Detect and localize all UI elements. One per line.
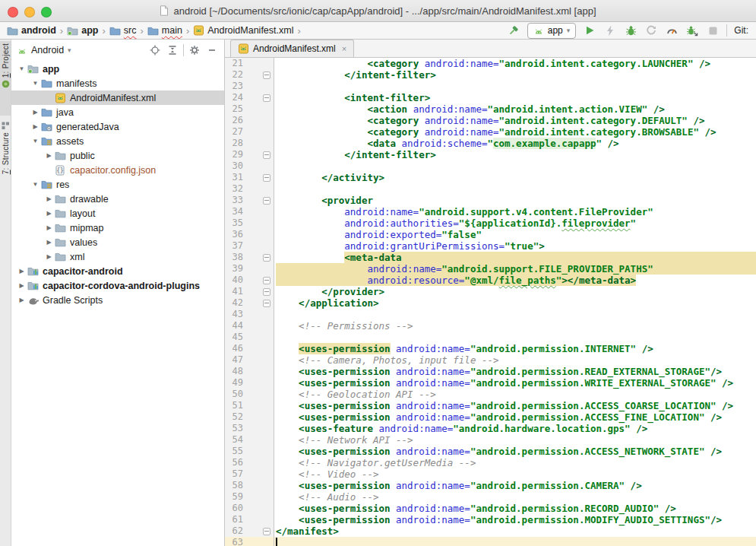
fold-marker-icon[interactable] [263, 94, 270, 102]
editor-line[interactable]: 62</manifest> [225, 525, 756, 537]
code-line[interactable]: <!-- Audio --> [274, 491, 756, 503]
code-line[interactable]: <!-- Video --> [274, 468, 756, 480]
code-line[interactable]: <category android:name="android.intent.c… [274, 115, 756, 126]
code-line[interactable]: </activity> [274, 172, 756, 183]
tree-item-assets[interactable]: ▼assets [11, 134, 224, 148]
editor-line[interactable]: 54 <!-- Network API --> [225, 434, 756, 446]
code-line[interactable]: </provider> [274, 286, 756, 297]
code-line[interactable]: <uses-permission android:name="android.p… [274, 366, 756, 377]
fold-marker-icon[interactable] [263, 300, 270, 307]
attach-debugger-button[interactable] [685, 24, 699, 37]
tree-item-capacitor-android[interactable]: ▶capacitor-android [11, 264, 224, 278]
tree-chevron-icon[interactable]: ▶ [43, 253, 55, 260]
tool-window-tab-structure[interactable]: 7: Structure [0, 119, 11, 200]
code-line[interactable]: </intent-filter> [274, 149, 756, 160]
tree-chevron-icon[interactable]: ▶ [16, 282, 27, 289]
tree-item-app[interactable]: ▼app [11, 62, 224, 76]
editor-line[interactable]: 21 <category android:name="android.inten… [225, 58, 756, 69]
tree-item-capacitor-cordova-android-plugins[interactable]: ▶capacitor-cordova-android-plugins [11, 278, 224, 293]
code-line[interactable]: <uses-feature android:name="android.hard… [274, 423, 756, 434]
code-line[interactable]: <uses-permission android:name="android.p… [274, 400, 756, 411]
editor-line[interactable]: 34 android:name="android.support.v4.cont… [225, 206, 756, 217]
code-line[interactable]: <uses-permission android:name="android.p… [274, 343, 756, 354]
editor-line[interactable]: 27 <category android:name="android.inten… [225, 126, 756, 138]
breadcrumb-item-androidmanifest-xml[interactable]: AndroidManifest.xml [193, 25, 293, 36]
hide-panel-button[interactable] [205, 43, 219, 57]
code-line[interactable]: <!-- Permissions --> [274, 320, 756, 332]
tree-chevron-icon[interactable]: ▶ [30, 123, 41, 130]
code-line[interactable]: android:name="android.support.FILE_PROVI… [274, 263, 756, 275]
code-editor[interactable]: 21 <category android:name="android.inten… [225, 58, 756, 546]
code-line[interactable]: </intent-filter> [274, 69, 756, 81]
code-line[interactable]: <!-- Camera, Photos, input file --> [274, 354, 756, 366]
editor-line[interactable]: 28 <data android:scheme="com.example.cap… [225, 138, 756, 149]
editor-line[interactable]: 29 </intent-filter> [225, 149, 756, 160]
profiler-button[interactable] [665, 24, 679, 37]
apply-changes-button[interactable] [644, 24, 658, 37]
code-line[interactable]: <!-- Navigator.getUserMedia --> [274, 457, 756, 468]
breadcrumb-item-android[interactable]: android [7, 25, 56, 36]
tree-chevron-icon[interactable]: ▼ [30, 181, 41, 188]
code-line[interactable]: <category android:name="android.intent.c… [274, 126, 756, 138]
editor-line[interactable]: 48 <uses-permission android:name="androi… [225, 366, 756, 377]
editor-line[interactable]: 43 [225, 309, 756, 320]
editor-line[interactable]: 55 <uses-permission android:name="androi… [225, 446, 756, 457]
code-line[interactable]: android:name="android.support.v4.content… [274, 206, 756, 217]
editor-line[interactable]: 52 <uses-permission android:name="androi… [225, 411, 756, 423]
tree-chevron-icon[interactable]: ▶ [43, 239, 55, 246]
fold-marker-icon[interactable] [263, 288, 270, 296]
close-window-button[interactable] [8, 7, 18, 17]
editor-line[interactable]: 22 </intent-filter> [225, 69, 756, 81]
tree-chevron-icon[interactable]: ▶ [30, 109, 41, 116]
editor-line[interactable]: 46 <uses-permission android:name="androi… [225, 343, 756, 354]
editor-line[interactable]: 26 <category android:name="android.inten… [225, 115, 756, 126]
code-line[interactable]: </application> [274, 297, 756, 309]
editor-line[interactable]: 63 [225, 537, 756, 546]
editor-line[interactable]: 56 <!-- Navigator.getUserMedia --> [225, 457, 756, 468]
git-branch-widget[interactable]: Git: [734, 25, 750, 36]
zoom-window-button[interactable] [41, 7, 52, 17]
editor-line[interactable]: 60 <uses-permission android:name="androi… [225, 503, 756, 514]
code-line[interactable]: <uses-permission android:name="android.p… [274, 503, 756, 514]
code-line[interactable] [274, 160, 756, 172]
editor-line[interactable]: 51 <uses-permission android:name="androi… [225, 400, 756, 411]
breadcrumb-item-app[interactable]: app [67, 25, 98, 36]
tree-item-layout[interactable]: ▶layout [11, 206, 224, 221]
breadcrumb-item-main[interactable]: main [147, 25, 182, 36]
editor-line[interactable]: 49 <uses-permission android:name="androi… [225, 377, 756, 389]
tree-item-xml[interactable]: ▶xml [11, 249, 224, 264]
code-line[interactable] [274, 332, 756, 343]
minimize-window-button[interactable] [24, 7, 35, 17]
editor-line[interactable]: 32 [225, 183, 756, 195]
editor-line[interactable]: 58 <uses-permission android:name="androi… [225, 480, 756, 491]
build-hammer-button[interactable] [507, 24, 520, 37]
editor-line[interactable]: 36 android:exported="false" [225, 229, 756, 240]
tree-item-generatedjava[interactable]: ▶generatedJava [11, 119, 224, 134]
tree-chevron-icon[interactable]: ▶ [16, 297, 27, 303]
code-line[interactable]: <uses-permission android:name="android.p… [274, 446, 756, 457]
code-line[interactable]: android:exported="false" [274, 229, 756, 240]
editor-line[interactable]: 38 <meta-data [225, 252, 756, 263]
tree-chevron-icon[interactable]: ▶ [43, 152, 55, 159]
fold-marker-icon[interactable] [263, 528, 270, 535]
editor-line[interactable]: 42 </application> [225, 297, 756, 309]
editor-line[interactable]: 40 android:resource="@xml/file_paths"></… [225, 275, 756, 286]
editor-line[interactable]: 39 android:name="android.support.FILE_PR… [225, 263, 756, 275]
code-line[interactable]: <data android:scheme="com.example.capapp… [274, 138, 756, 149]
editor-line[interactable]: 25 <action android:name="android.intent.… [225, 103, 756, 115]
editor-line[interactable]: 59 <!-- Audio --> [225, 491, 756, 503]
editor-line[interactable]: 41 </provider> [225, 286, 756, 297]
stop-button[interactable] [706, 24, 720, 37]
code-line[interactable]: android:resource="@xml/file_paths"></met… [274, 275, 756, 286]
tree-item-capacitor-config-json[interactable]: {}capacitor.config.json [11, 163, 224, 177]
editor-line[interactable]: 45 [225, 332, 756, 343]
code-line[interactable]: </manifest> [274, 525, 756, 537]
editor-line[interactable]: 57 <!-- Video --> [225, 468, 756, 480]
code-line[interactable]: <uses-permission android:name="android.p… [274, 480, 756, 491]
fold-marker-icon[interactable] [263, 197, 270, 205]
tree-chevron-icon[interactable]: ▼ [30, 138, 41, 144]
code-line[interactable]: <!-- Network API --> [274, 434, 756, 446]
code-line[interactable]: <uses-permission android:name="android.p… [274, 514, 756, 525]
run-button[interactable] [583, 24, 596, 37]
editor-line[interactable]: 50 <!-- Geolocation API --> [225, 389, 756, 400]
